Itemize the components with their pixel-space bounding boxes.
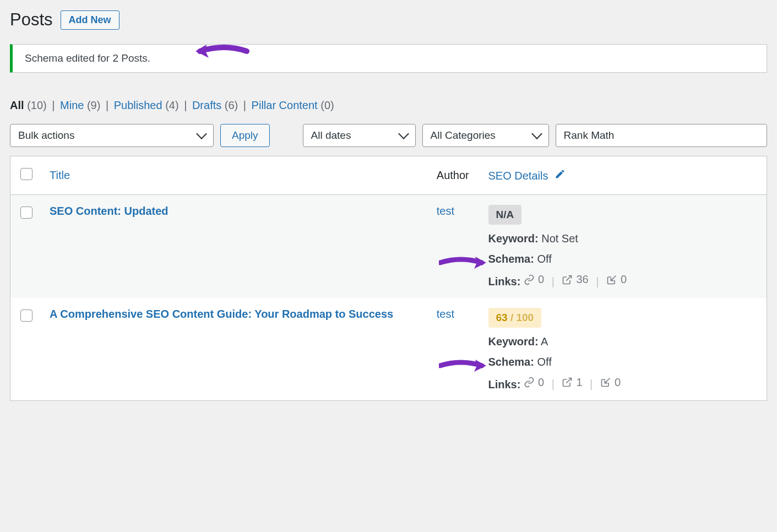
table-row: A Comprehensive SEO Content Guide: Your … <box>10 298 767 401</box>
links-label: Links: <box>488 378 521 390</box>
apply-button[interactable]: Apply <box>220 124 270 147</box>
filter-all-count: (10) <box>27 99 47 111</box>
keyword-value: Not Set <box>541 232 578 245</box>
post-author-link[interactable]: test <box>437 308 454 320</box>
post-title-link[interactable]: A Comprehensive SEO Content Guide: Your … <box>50 308 393 320</box>
incoming-link-icon <box>600 377 611 388</box>
schema-value: Off <box>537 253 551 265</box>
column-title[interactable]: Title <box>42 156 429 195</box>
links-internal-count: 0 <box>538 273 544 286</box>
filter-published[interactable]: Published <box>114 99 162 111</box>
filter-mine[interactable]: Mine <box>60 99 84 111</box>
row-checkbox[interactable] <box>20 310 32 322</box>
post-title-link[interactable]: SEO Content: Updated <box>50 205 169 217</box>
incoming-link-icon <box>606 274 617 285</box>
column-author: Author <box>429 156 481 195</box>
post-author-link[interactable]: test <box>437 205 454 217</box>
filter-pillar[interactable]: Pillar Content <box>252 99 318 111</box>
link-icon <box>524 377 535 388</box>
links-external-count: 1 <box>576 376 582 389</box>
bulk-actions-select[interactable]: Bulk actions <box>10 124 214 147</box>
filter-published-count: (4) <box>165 99 178 111</box>
add-new-button[interactable]: Add New <box>61 10 119 30</box>
chevron-down-icon <box>531 128 542 139</box>
links-internal-count: 0 <box>538 376 544 389</box>
links-label: Links: <box>488 275 521 287</box>
table-row: SEO Content: Updated test N/A Keyword: N… <box>10 195 767 298</box>
column-seo-details[interactable]: SEO Details <box>481 156 767 195</box>
chevron-down-icon <box>398 128 409 139</box>
posts-table: Title Author SEO Details SEO Content: Up… <box>10 156 767 401</box>
row-checkbox[interactable] <box>20 207 32 219</box>
schema-value: Off <box>537 356 551 368</box>
categories-select[interactable]: All Categories <box>422 124 549 147</box>
rankmath-select[interactable]: Rank Math <box>556 124 767 147</box>
links-incoming-count: 0 <box>615 376 621 389</box>
seo-score-badge: N/A <box>488 205 522 225</box>
filter-mine-count: (9) <box>87 99 100 111</box>
keyword-label: Keyword: <box>488 232 539 245</box>
link-icon <box>524 274 535 285</box>
keyword-value: A <box>541 335 548 348</box>
seo-score-badge: 63 / 100 <box>488 308 542 328</box>
dates-select[interactable]: All dates <box>303 124 416 147</box>
schema-label: Schema: <box>488 356 534 368</box>
pencil-icon <box>555 170 566 182</box>
external-link-icon <box>562 377 573 388</box>
filter-drafts[interactable]: Drafts <box>192 99 221 111</box>
chevron-down-icon <box>196 128 207 139</box>
post-status-filters: All (10) | Mine (9) | Published (4) | Dr… <box>10 99 767 112</box>
keyword-label: Keyword: <box>488 335 539 348</box>
filter-pillar-count: (0) <box>320 99 334 111</box>
page-title: Posts <box>10 10 53 30</box>
schema-label: Schema: <box>488 253 534 265</box>
select-all-checkbox[interactable] <box>20 168 32 180</box>
notice-text: Schema edited for 2 Posts. <box>25 52 150 64</box>
filter-all[interactable]: All <box>10 99 27 111</box>
links-external-count: 36 <box>576 273 588 286</box>
links-incoming-count: 0 <box>621 273 627 286</box>
annotation-arrow-icon <box>194 39 249 63</box>
filter-drafts-count: (6) <box>225 99 238 111</box>
external-link-icon <box>562 274 573 285</box>
admin-notice: Schema edited for 2 Posts. <box>10 44 767 73</box>
